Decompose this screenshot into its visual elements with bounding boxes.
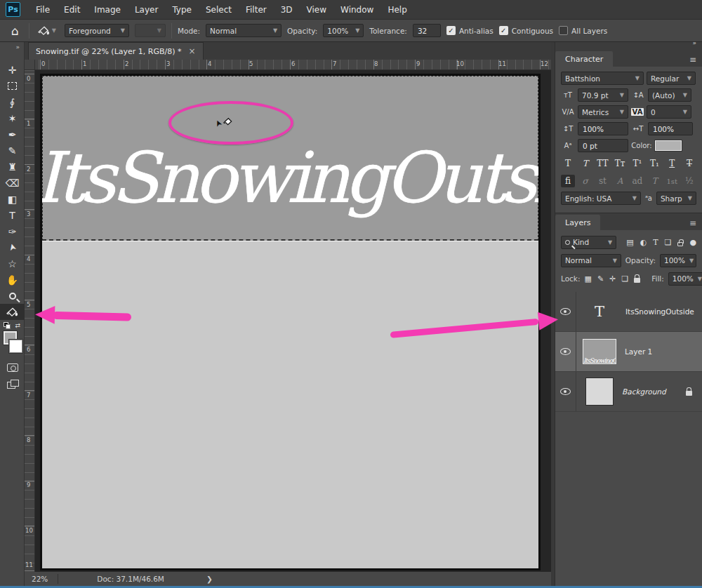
lock-all-icon[interactable]: [634, 278, 640, 283]
tab-layers[interactable]: Layers: [555, 215, 600, 230]
layer1-thumbnail[interactable]: ItsSnowingOutside: [583, 339, 616, 364]
pen-tool[interactable]: ✑: [0, 223, 25, 239]
zoom-tool[interactable]: [0, 288, 25, 304]
opacity-dropdown[interactable]: 100% ▼: [323, 24, 364, 37]
font-size-dropdown[interactable]: 70.9 pt ▼: [578, 88, 628, 102]
visibility-cell[interactable]: [555, 372, 576, 411]
tracking-dropdown[interactable]: 0 ▼: [647, 105, 691, 119]
clone-stamp-tool[interactable]: ♜: [0, 159, 25, 175]
leading-dropdown[interactable]: (Auto) ▼: [648, 88, 691, 102]
titling-alternates-button[interactable]: T: [648, 175, 662, 187]
menu-edit[interactable]: Edit: [57, 5, 87, 15]
lasso-tool[interactable]: ∮: [0, 94, 25, 110]
layer-name[interactable]: Background: [622, 387, 666, 396]
lock-transparency-icon[interactable]: ▦: [584, 274, 591, 283]
panel-menu-icon[interactable]: ≡: [689, 55, 696, 67]
default-colors-icon[interactable]: [4, 322, 11, 329]
horizontal-ruler[interactable]: 0 1 2 3 4 5 6 7 8 9 10 11 12: [25, 60, 551, 70]
active-tool-icon[interactable]: ▼: [35, 25, 59, 36]
vertical-scale-input[interactable]: 100%: [578, 122, 628, 135]
gradient-tool[interactable]: ◧: [0, 191, 25, 207]
menu-help[interactable]: Help: [380, 5, 413, 15]
marquee-tool[interactable]: [0, 78, 25, 94]
layer-row-layer1[interactable]: ItsSnowingOutside Layer 1: [555, 332, 702, 372]
brush-tool[interactable]: ✎: [0, 142, 25, 159]
text-color-swatch[interactable]: [655, 140, 682, 151]
antialias-checkbox[interactable]: ✓: [446, 26, 456, 35]
kerning-dropdown[interactable]: Metrics ▼: [578, 105, 628, 119]
filter-shape-layers-icon[interactable]: ❏: [665, 238, 672, 247]
horizontal-scale-input[interactable]: 100%: [648, 122, 693, 135]
filter-smart-objects-icon[interactable]: [677, 242, 683, 246]
swap-colors-icon[interactable]: ⇄: [15, 322, 20, 329]
background-color-swatch[interactable]: [9, 340, 22, 353]
home-icon[interactable]: ⌂: [7, 24, 23, 38]
menu-filter[interactable]: Filter: [239, 5, 274, 15]
close-tab-icon[interactable]: ×: [189, 46, 196, 56]
screen-mode-button[interactable]: [0, 375, 25, 392]
contextual-alternates-button[interactable]: σ: [578, 175, 592, 187]
filter-pixel-layers-icon[interactable]: ▤: [626, 238, 633, 247]
font-family-dropdown[interactable]: Battshion ▼: [561, 72, 644, 85]
document-tab[interactable]: Snowing.tif @ 22% (Layer 1, RGB/8) * ×: [28, 42, 204, 60]
eye-icon[interactable]: [560, 348, 571, 355]
language-dropdown[interactable]: English: USA ▼: [561, 192, 641, 205]
menu-file[interactable]: File: [29, 5, 57, 15]
move-tool[interactable]: ✛: [0, 62, 25, 78]
zoom-level[interactable]: 22%: [25, 575, 58, 583]
swash-button[interactable]: A: [613, 175, 627, 187]
anti-alias-dropdown[interactable]: Sharp ▼: [656, 192, 696, 205]
filter-toggle-icon[interactable]: ●: [689, 238, 696, 247]
menu-select[interactable]: Select: [199, 5, 239, 15]
layer-row-background[interactable]: Background: [555, 372, 702, 412]
layer-row-text[interactable]: T ItsSnowingOutside: [555, 292, 702, 332]
filter-adjustment-layers-icon[interactable]: ◐: [640, 238, 647, 247]
menu-3d[interactable]: 3D: [274, 5, 300, 15]
paint-bucket-tool[interactable]: [0, 304, 25, 320]
status-chevron-icon[interactable]: ❯: [206, 575, 213, 583]
tab-character[interactable]: Character: [555, 51, 613, 67]
tolerance-input[interactable]: 32: [413, 24, 441, 37]
panel-menu-icon[interactable]: ≡: [689, 218, 696, 230]
fractions-button[interactable]: ½: [682, 175, 696, 187]
type-tool[interactable]: T: [0, 207, 25, 223]
layer-opacity-dropdown[interactable]: 100% ▼: [660, 254, 696, 267]
visibility-cell[interactable]: [555, 332, 576, 371]
layer-name[interactable]: Layer 1: [625, 347, 652, 356]
layer-name[interactable]: ItsSnowingOutside: [625, 307, 694, 316]
filter-type-layers-icon[interactable]: T: [653, 238, 658, 247]
eye-icon[interactable]: [560, 388, 571, 395]
fill-dropdown[interactable]: 100% ▼: [668, 272, 702, 286]
path-selection-tool[interactable]: ➤: [0, 239, 25, 255]
hand-tool[interactable]: ✋: [0, 272, 25, 288]
lock-artboard-icon[interactable]: ❏: [621, 274, 628, 283]
ordinals-button[interactable]: 1st: [665, 175, 679, 187]
stylistic-alternates-button[interactable]: ad: [630, 175, 644, 187]
underline-button[interactable]: T: [665, 157, 679, 170]
antialias-checkbox-row[interactable]: ✓ Anti-alias: [446, 26, 494, 35]
filter-kind-dropdown[interactable]: Kind ▼: [561, 236, 616, 249]
menu-type[interactable]: Type: [165, 5, 199, 15]
strikethrough-button[interactable]: T: [682, 157, 696, 170]
contiguous-checkbox[interactable]: ✓: [499, 26, 508, 35]
contiguous-checkbox-row[interactable]: ✓ Contiguous: [499, 26, 553, 35]
ligatures-button[interactable]: fi: [561, 175, 575, 187]
vertical-ruler[interactable]: 0 1 2 3 4 5 6 7 8 9 10 11: [25, 70, 35, 572]
eraser-tool[interactable]: ⌫: [0, 175, 25, 191]
magic-wand-tool[interactable]: ✶: [0, 110, 25, 126]
superscript-button[interactable]: T¹: [630, 157, 644, 170]
all-caps-button[interactable]: TT: [595, 157, 609, 170]
eye-icon[interactable]: [560, 308, 571, 315]
menu-view[interactable]: View: [300, 5, 333, 15]
background-thumbnail[interactable]: [585, 377, 614, 406]
menu-window[interactable]: Window: [333, 5, 380, 15]
small-caps-button[interactable]: Tᴛ: [613, 157, 627, 170]
baseline-shift-input[interactable]: 0 pt: [578, 139, 628, 152]
all-layers-checkbox[interactable]: [559, 26, 568, 35]
custom-shape-tool[interactable]: ☆: [0, 255, 25, 272]
lock-pixels-icon[interactable]: ✎: [597, 274, 604, 283]
menu-image[interactable]: Image: [87, 5, 128, 15]
subscript-button[interactable]: T₁: [648, 157, 662, 170]
faux-bold-button[interactable]: T: [561, 157, 575, 170]
all-layers-checkbox-row[interactable]: All Layers: [559, 26, 607, 35]
